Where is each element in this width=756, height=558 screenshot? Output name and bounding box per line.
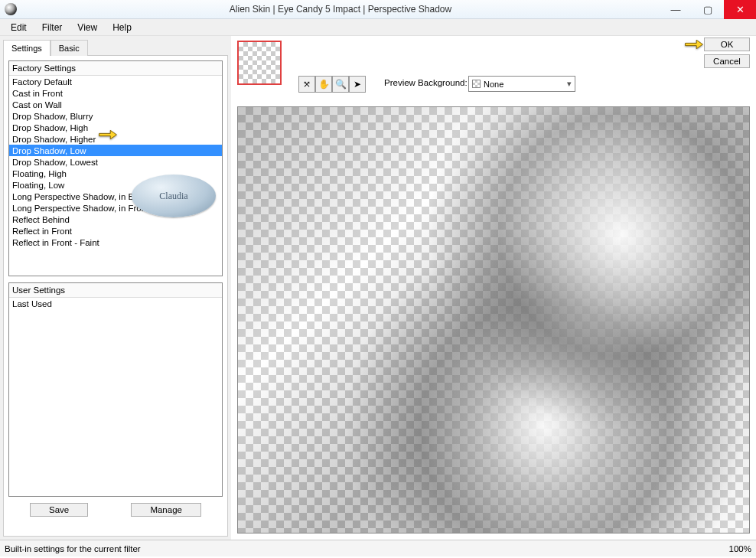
- preview-bg-label: Preview Background:: [384, 78, 468, 87]
- list-item[interactable]: Floating, Low: [9, 179, 222, 191]
- preview-render: [238, 107, 749, 533]
- list-item[interactable]: Long Perspective Shadow, in Back: [9, 191, 222, 202]
- window-title: Alien Skin | Eye Candy 5 Impact | Perspe…: [21, 4, 660, 15]
- user-header: User Settings: [9, 283, 222, 298]
- manage-button[interactable]: Manage: [131, 503, 201, 517]
- list-item[interactable]: Cast in Front: [9, 87, 222, 99]
- pointer-tool-icon[interactable]: ➤: [349, 76, 366, 93]
- ok-button[interactable]: OK: [704, 38, 750, 51]
- factory-settings-list[interactable]: Factory Settings Factory Default Cast in…: [8, 60, 223, 276]
- right-area: ⤧ ✋ 🔍 ➤ Preview Background: None OK Canc…: [231, 36, 756, 540]
- preview-bg-dropdown[interactable]: None: [468, 76, 575, 92]
- zoom-tool-icon[interactable]: 🔍: [332, 76, 349, 93]
- bottom-buttons: Save Manage: [8, 497, 223, 517]
- window-controls: — ▢ ✕: [660, 0, 756, 19]
- list-item[interactable]: Drop Shadow, High: [9, 122, 222, 133]
- list-item[interactable]: Factory Default: [9, 76, 222, 87]
- menu-help[interactable]: Help: [105, 20, 139, 35]
- menu-edit[interactable]: Edit: [3, 20, 34, 35]
- list-item[interactable]: Reflect Behind: [9, 214, 222, 225]
- tool-row: ⤧ ✋ 🔍 ➤: [298, 76, 366, 93]
- maximize-button[interactable]: ▢: [692, 0, 724, 19]
- menu-view[interactable]: View: [70, 20, 105, 35]
- cancel-button[interactable]: Cancel: [704, 54, 750, 68]
- menubar: Edit Filter View Help: [0, 19, 756, 36]
- action-buttons: OK Cancel: [704, 38, 750, 68]
- statusbar: Built-in settings for the current filter…: [0, 540, 756, 556]
- settings-panel: Factory Settings Factory Default Cast in…: [3, 55, 228, 537]
- pointer-hand-icon: [684, 36, 704, 53]
- status-text: Built-in settings for the current filter: [5, 544, 141, 553]
- main-area: Settings Basic Factory Settings Factory …: [0, 36, 756, 540]
- preview-toolbar: ⤧ ✋ 🔍 ➤ Preview Background: None OK Canc…: [231, 36, 756, 106]
- tab-basic[interactable]: Basic: [51, 40, 88, 56]
- list-item[interactable]: Reflect in Front - Faint: [9, 237, 222, 248]
- list-item[interactable]: Floating, High: [9, 168, 222, 179]
- list-item[interactable]: Drop Shadow, Lowest: [9, 156, 222, 168]
- tab-settings[interactable]: Settings: [3, 40, 51, 56]
- move-tool-icon[interactable]: ⤧: [298, 76, 315, 93]
- list-item[interactable]: Long Perspective Shadow, in Front: [9, 202, 222, 214]
- dropdown-value: None: [484, 80, 503, 89]
- close-button[interactable]: ✕: [724, 0, 756, 19]
- preview-thumbnail[interactable]: [237, 41, 282, 85]
- menu-filter[interactable]: Filter: [34, 20, 70, 35]
- save-button[interactable]: Save: [30, 503, 88, 517]
- list-item-selected[interactable]: Drop Shadow, Low: [9, 145, 222, 156]
- zoom-level: 100%: [729, 544, 751, 553]
- factory-header: Factory Settings: [9, 61, 222, 76]
- list-item[interactable]: Reflect in Front: [9, 225, 222, 237]
- preview-canvas[interactable]: [237, 106, 750, 534]
- user-settings-list[interactable]: User Settings Last Used: [8, 282, 223, 497]
- titlebar: Alien Skin | Eye Candy 5 Impact | Perspe…: [0, 0, 756, 19]
- tabs: Settings Basic: [3, 39, 228, 55]
- transparency-swatch-icon: [472, 80, 481, 88]
- left-panel: Settings Basic Factory Settings Factory …: [0, 36, 231, 540]
- list-item[interactable]: Last Used: [9, 298, 222, 309]
- list-item[interactable]: Cast on Wall: [9, 99, 222, 110]
- app-icon: [5, 3, 17, 15]
- list-item[interactable]: Drop Shadow, Higher: [9, 133, 222, 145]
- hand-tool-icon[interactable]: ✋: [315, 76, 332, 93]
- list-item[interactable]: Drop Shadow, Blurry: [9, 110, 222, 122]
- minimize-button[interactable]: —: [660, 0, 692, 19]
